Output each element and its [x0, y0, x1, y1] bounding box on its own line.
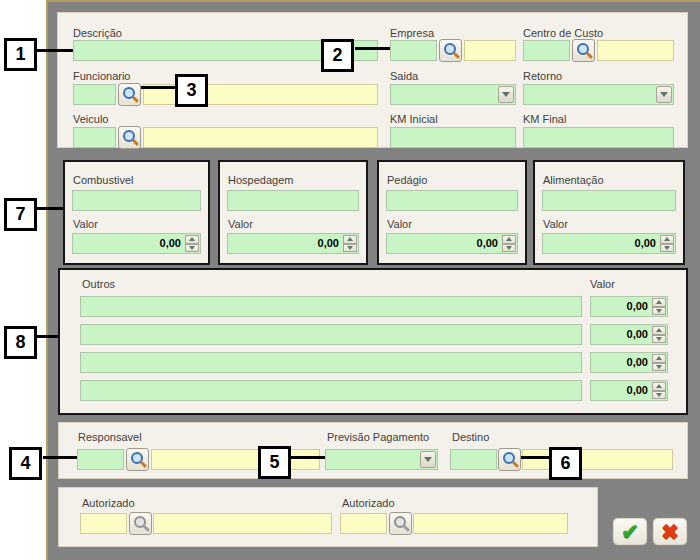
pedagio-valor-label: Valor — [387, 218, 412, 230]
confirm-button[interactable]: ✔ — [612, 517, 648, 546]
alimentacao-input[interactable] — [542, 190, 676, 211]
destino-code-input[interactable] — [450, 449, 497, 470]
autorizado-2-code-input[interactable] — [340, 513, 387, 534]
spin-up-button[interactable] — [652, 326, 666, 335]
autorizado-1-name-field[interactable] — [153, 513, 332, 534]
pedagio-input[interactable] — [386, 190, 518, 211]
empresa-name-field[interactable] — [464, 40, 516, 61]
spin-up-button[interactable] — [343, 235, 357, 244]
callout-3-line — [141, 86, 175, 89]
funcionario-code-input[interactable] — [73, 84, 116, 105]
veiculo-code-input[interactable] — [73, 127, 116, 148]
centro-custo-code-input[interactable] — [523, 40, 570, 61]
outros-input-2[interactable] — [80, 324, 582, 345]
callout-5: 5 — [258, 446, 291, 479]
cancel-button[interactable]: ✖ — [652, 517, 688, 546]
combustivel-valor-label: Valor — [73, 218, 98, 230]
spin-down-button[interactable] — [185, 244, 199, 253]
magnifier-icon — [499, 449, 520, 470]
descricao-label: Descrição — [73, 27, 122, 39]
destino-lookup-button[interactable] — [498, 448, 521, 471]
callout-3: 3 — [175, 74, 208, 107]
hospedagem-input[interactable] — [227, 190, 359, 211]
callout-7: 7 — [4, 198, 37, 231]
autorizado-1-lookup-button[interactable] — [129, 512, 152, 535]
triangle-down-icon — [656, 365, 662, 369]
magnifier-icon — [130, 513, 151, 534]
spin-down-button[interactable] — [652, 307, 666, 316]
alimentacao-valor-label: Valor — [543, 218, 568, 230]
veiculo-lookup-button[interactable] — [118, 126, 141, 149]
combustivel-input[interactable] — [72, 190, 201, 211]
spinner-buttons — [502, 235, 516, 252]
empresa-lookup-button[interactable] — [439, 39, 462, 62]
centro-custo-lookup-button[interactable] — [572, 39, 595, 62]
combustivel-valor-spinner[interactable]: 0,00 — [72, 233, 201, 254]
funcionario-lookup-button[interactable] — [118, 83, 141, 106]
spin-up-button[interactable] — [652, 354, 666, 363]
autorizado-2-label: Autorizado — [342, 497, 395, 509]
km-final-label: KM Final — [523, 113, 566, 125]
outros-valor-spinner-4[interactable]: 0,00 — [590, 380, 668, 401]
magnifier-icon — [127, 449, 148, 470]
spin-up-button[interactable] — [660, 235, 674, 244]
triangle-down-icon — [656, 309, 662, 313]
outros-input-4[interactable] — [80, 380, 582, 401]
empresa-code-input[interactable] — [390, 40, 437, 61]
autorizado-2-lookup-button[interactable] — [389, 512, 412, 535]
spin-down-button[interactable] — [660, 244, 674, 253]
valor-value: 0,00 — [627, 353, 648, 372]
previsao-pagamento-dropdown[interactable] — [325, 449, 438, 470]
spin-down-button[interactable] — [502, 244, 516, 253]
valor-value: 0,00 — [160, 234, 181, 253]
check-icon: ✔ — [621, 521, 639, 542]
responsavel-label: Responsavel — [78, 431, 142, 443]
outros-valor-spinner-2[interactable]: 0,00 — [590, 324, 668, 345]
outros-label: Outros — [82, 278, 115, 290]
outros-input-3[interactable] — [80, 352, 582, 373]
triangle-up-icon — [347, 237, 353, 241]
callout-4-line — [43, 456, 77, 459]
outros-valor-spinner-3[interactable]: 0,00 — [590, 352, 668, 373]
responsavel-code-input[interactable] — [77, 449, 124, 470]
veiculo-label: Veiculo — [73, 113, 108, 125]
triangle-up-icon — [656, 356, 662, 360]
spinner-buttons — [652, 382, 666, 399]
responsavel-lookup-button[interactable] — [126, 448, 149, 471]
alimentacao-valor-spinner[interactable]: 0,00 — [542, 233, 676, 254]
triangle-up-icon — [656, 384, 662, 388]
hospedagem-valor-spinner[interactable]: 0,00 — [227, 233, 359, 254]
veiculo-name-field[interactable] — [143, 127, 378, 148]
triangle-up-icon — [656, 328, 662, 332]
retorno-dropdown[interactable] — [523, 84, 674, 105]
spin-down-button[interactable] — [343, 244, 357, 253]
responsavel-name-field[interactable] — [151, 449, 320, 470]
callout-6-line — [521, 456, 549, 459]
saida-dropdown[interactable] — [390, 84, 516, 105]
destino-name-field[interactable] — [522, 449, 673, 470]
triangle-up-icon — [189, 237, 195, 241]
centro-custo-name-field[interactable] — [597, 40, 674, 61]
spin-up-button[interactable] — [185, 235, 199, 244]
autorizado-2-name-field[interactable] — [413, 513, 568, 534]
outros-input-1[interactable] — [80, 296, 582, 317]
km-final-input[interactable] — [523, 127, 674, 148]
callout-4: 4 — [9, 447, 42, 480]
spin-down-button[interactable] — [652, 363, 666, 372]
km-inicial-input[interactable] — [390, 127, 516, 148]
callout-8: 8 — [4, 326, 37, 359]
outros-valor-spinner-1[interactable]: 0,00 — [590, 296, 668, 317]
spin-up-button[interactable] — [502, 235, 516, 244]
x-icon: ✖ — [661, 521, 679, 542]
spin-down-button[interactable] — [652, 391, 666, 400]
spinner-buttons — [343, 235, 357, 252]
spin-up-button[interactable] — [652, 298, 666, 307]
valor-value: 0,00 — [627, 297, 648, 316]
autorizado-1-code-input[interactable] — [80, 513, 127, 534]
triangle-down-icon — [656, 393, 662, 397]
callout-6: 6 — [549, 447, 582, 480]
spin-up-button[interactable] — [652, 382, 666, 391]
pedagio-valor-spinner[interactable]: 0,00 — [386, 233, 518, 254]
valor-value: 0,00 — [627, 381, 648, 400]
spin-down-button[interactable] — [652, 335, 666, 344]
